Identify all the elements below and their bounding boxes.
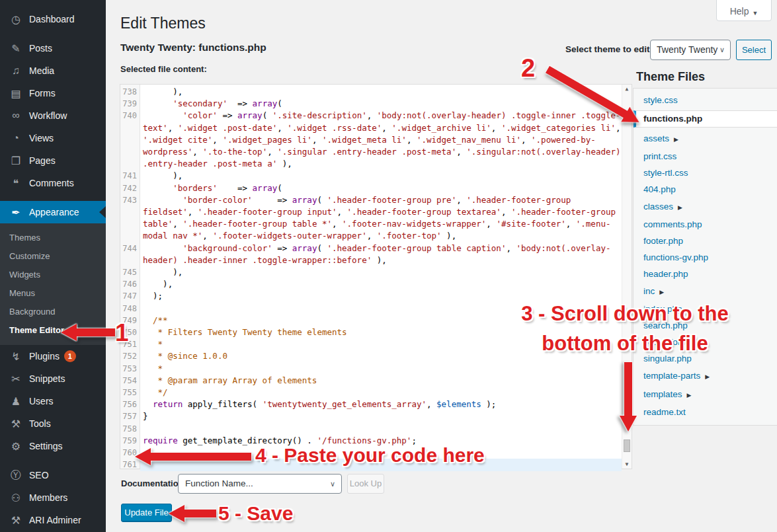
theme-file-comments.php[interactable]: comments.php [634, 216, 777, 233]
sidebar-item-label: Pages [29, 155, 56, 166]
theme-folder-inc[interactable]: inc▶ [634, 282, 777, 301]
code-token: '.footer-nav-widgets-wrapper' [342, 219, 486, 229]
theme-file-style-rtl.css[interactable]: style-rtl.css [634, 165, 777, 181]
sidebar-item-customize[interactable]: Customize [0, 247, 106, 266]
sidebar-item-tools[interactable]: ⚒Tools [0, 412, 106, 435]
editor-code-lines: 738 ),739 'secondary' => array(740 'colo… [120, 85, 622, 471]
theme-folder-assets[interactable]: assets▶ [634, 130, 777, 148]
code-token: * @since 1.0.0 [143, 351, 227, 361]
code-token: array [237, 110, 263, 120]
sidebar-item-label: Snippets [29, 373, 65, 384]
theme-file-header.php[interactable]: header.php [634, 266, 777, 282]
theme-select-dropdown[interactable]: Twenty Twenty ∨ [650, 40, 731, 60]
code-token: * [143, 339, 163, 349]
theme-file-404.php[interactable]: 404.php [634, 181, 777, 198]
code-text [140, 303, 622, 315]
sidebar-item-members[interactable]: ⚇Members [0, 486, 106, 509]
code-token: * @param array Array of elements [143, 375, 317, 385]
documentation-dropdown[interactable]: Function Name... ∨ [178, 474, 342, 494]
update-file-button[interactable]: Update File [121, 504, 172, 522]
sidebar-item-workflow[interactable]: ∞Workflow [0, 104, 106, 127]
code-token: '#site-footer' [496, 219, 565, 229]
theme-folder-templates[interactable]: templates▶ [634, 385, 777, 404]
file-name: assets [643, 133, 669, 143]
sidebar-item-label: Plugins [29, 351, 60, 361]
code-token: 'borders' [173, 183, 218, 193]
sidebar-item-theme-editor[interactable]: Theme Editor [0, 321, 106, 340]
code-token: $elements [436, 399, 481, 409]
theme-folder-template-parts[interactable]: template-parts▶ [634, 367, 777, 385]
code-text: */ [140, 387, 622, 399]
annotation-step5-text: 5 - Save [218, 502, 293, 525]
code-token: get_template_directory() . [178, 436, 317, 445]
sidebar-item-seo[interactable]: ⓎSEO [0, 464, 106, 486]
code-line: 740 'color' => array( '.site-description… [120, 110, 622, 170]
line-number: 757 [120, 410, 140, 422]
code-text [140, 447, 622, 459]
theme-file-style.css[interactable]: style.css [634, 92, 777, 108]
selected-file-label: Selected file content: [120, 64, 207, 74]
sidebar-item-themes[interactable]: Themes [0, 229, 106, 247]
code-token: '.widget_meta li' [322, 135, 407, 145]
code-token: 'twentytwenty_get_elements_array' [263, 399, 427, 409]
sidebar-item-comments[interactable]: ❝Comments [0, 172, 106, 194]
code-token: '.to-the-top' [202, 147, 267, 157]
sidebar-item-snippets[interactable]: ✂Snippets [0, 367, 106, 390]
sidebar-item-pages[interactable]: ❐Pages [0, 149, 106, 172]
code-token: , [367, 231, 377, 241]
editor-scrollbar-thumb[interactable] [624, 439, 630, 452]
workflow-icon: ∞ [9, 110, 23, 122]
editor-scrollbar[interactable]: ▲ ▼ [622, 85, 632, 469]
line-number: 741 [120, 170, 140, 182]
sidebar-item-plugins[interactable]: ↯Plugins1 [0, 345, 106, 367]
help-button[interactable]: Help ▼ [716, 0, 772, 21]
theme-file-functions-gv.php[interactable]: functions-gv.php [634, 249, 777, 266]
scroll-down-icon[interactable]: ▼ [622, 461, 632, 467]
scroll-up-icon[interactable]: ▲ [622, 86, 632, 92]
code-line: 739 'secondary' => array( [120, 98, 622, 110]
theme-file-functions.php[interactable]: functions.php [634, 110, 777, 128]
code-line: 755 */ [120, 387, 622, 399]
code-text: /** [140, 315, 622, 326]
theme-file-search.php[interactable]: search.php [634, 317, 777, 334]
sidebar-item-dashboard[interactable]: ◷Dashboard [0, 8, 106, 30]
code-token: 'border-color' [183, 195, 252, 205]
pages-icon: ❐ [9, 155, 23, 167]
code-line: 756 return apply_filters( 'twentytwenty_… [120, 399, 622, 410]
file-name: search.php [643, 321, 688, 330]
sidebar-item-background[interactable]: Background [0, 303, 106, 321]
code-line: 745 ), [120, 266, 622, 278]
theme-file-singular.php[interactable]: singular.php [634, 350, 777, 367]
code-token: '.widget .rss-date' [287, 123, 382, 133]
theme-file-searchform.php[interactable]: searchform.php [634, 334, 777, 350]
theme-file-print.css[interactable]: print.css [634, 148, 777, 165]
code-token: ), [143, 279, 173, 289]
theme-file-readme.txt[interactable]: readme.txt [634, 404, 777, 420]
theme-file-index.php[interactable]: index.php [634, 301, 777, 317]
code-token: '.widget_archive li' [391, 123, 491, 133]
theme-folder-classes[interactable]: classes▶ [634, 198, 777, 216]
sidebar-item-menus[interactable]: Menus [0, 284, 106, 303]
code-token: array [253, 183, 278, 193]
code-line: 743 'border-color' => array( '.header-fo… [120, 194, 622, 243]
folder-expand-icon: ▶ [687, 392, 692, 399]
theme-file-footer.php[interactable]: footer.php [634, 233, 777, 249]
sidebar-item-settings[interactable]: ⚙Settings [0, 435, 106, 457]
sidebar-item-forms[interactable]: ▤Forms [0, 82, 106, 104]
documentation-label: Documentation: [121, 478, 186, 488]
sidebar-item-views[interactable]: ◔Views [0, 127, 106, 149]
select-theme-button[interactable]: Select [736, 40, 772, 60]
sidebar-item-widgets[interactable]: Widgets [0, 266, 106, 284]
lookup-button[interactable]: Look Up [347, 474, 384, 494]
folder-expand-icon: ▶ [674, 136, 678, 143]
sidebar-item-ari-adminer[interactable]: ⚒ARI Adminer [0, 509, 106, 531]
code-token: , [521, 135, 531, 145]
sidebar-item-appearance[interactable]: ✒Appearance [0, 201, 106, 223]
sidebar-item-users[interactable]: ♟Users [0, 390, 106, 412]
sidebar-item-posts[interactable]: ✎Posts [0, 37, 106, 59]
code-token: '.widget_pages li' [222, 135, 311, 145]
sidebar-item-media[interactable]: ♫Media [0, 59, 106, 82]
code-token: ), [143, 87, 183, 96]
code-editor[interactable]: 738 ),739 'secondary' => array(740 'colo… [120, 84, 632, 469]
sidebar-item-label: Appearance [29, 207, 79, 217]
